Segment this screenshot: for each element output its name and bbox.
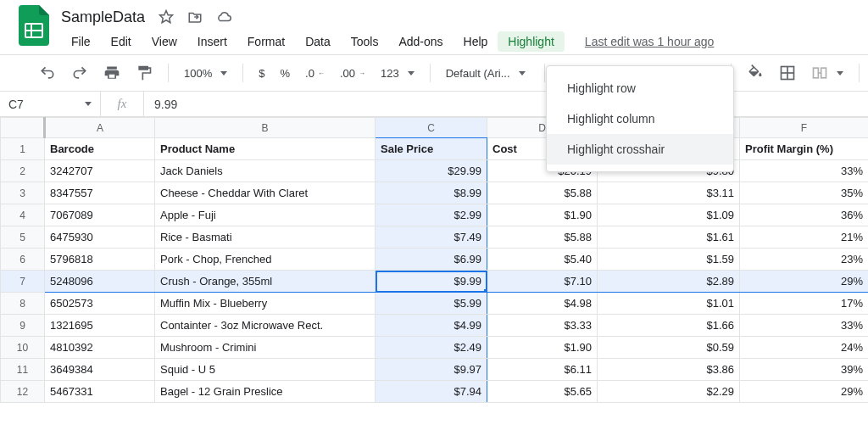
cell[interactable]: $5.88 [487,226,598,249]
cell[interactable]: Mushroom - Crimini [155,337,376,359]
cell[interactable]: $7.94 [376,381,487,403]
cell[interactable]: Pork - Chop, Frenched [155,249,376,271]
cell[interactable]: 5796818 [45,249,155,271]
cell[interactable]: $3.86 [598,359,740,381]
row-header-10[interactable]: 10 [1,337,45,359]
borders-button[interactable] [774,61,801,85]
spreadsheet-grid[interactable]: A B C D F 1 Barcode Product Name Sale Pr… [0,117,868,403]
cell[interactable]: $5.88 [487,182,598,204]
cell[interactable]: $9.97 [376,359,487,381]
merge-cells-button[interactable] [806,61,849,85]
dropdown-item-highlight-column[interactable]: Highlight column [547,103,733,134]
cell[interactable]: 1321695 [45,315,155,337]
cell[interactable]: $1.01 [598,293,740,315]
row-header-6[interactable]: 6 [1,249,45,271]
cell[interactable]: $5.99 [376,293,487,315]
cell[interactable]: 24% [740,337,869,359]
cell[interactable]: Containter - 3oz Microwave Rect. [155,315,376,337]
cell[interactable]: $2.99 [376,204,487,226]
cell[interactable]: 39% [740,359,869,381]
menu-tools[interactable]: Tools [341,31,389,52]
cell[interactable]: $8.99 [376,182,487,204]
row-header-5[interactable]: 5 [1,226,45,249]
cell[interactable]: $6.11 [487,359,598,381]
increase-decimal-button[interactable]: .00→ [335,64,370,83]
cell[interactable]: 33% [740,160,869,182]
format-percent-button[interactable]: % [275,64,295,83]
star-icon[interactable] [159,9,174,25]
cell[interactable]: $1.90 [487,337,598,359]
decrease-decimal-button[interactable]: .0← [300,64,330,83]
more-formats-button[interactable]: 123 [376,64,420,83]
cell[interactable]: Barcode [45,138,155,160]
menu-format[interactable]: Format [237,31,295,52]
cell[interactable]: 29% [740,271,869,293]
cell[interactable]: 23% [740,249,869,271]
menu-addons[interactable]: Add-ons [388,31,453,52]
cell[interactable]: $1.61 [598,226,740,249]
cell[interactable]: $3.11 [598,182,740,204]
cell[interactable]: Crush - Orange, 355ml [155,271,376,293]
format-currency-button[interactable]: $ [253,64,270,83]
menu-edit[interactable]: Edit [101,31,142,52]
cell[interactable]: $2.29 [598,381,740,403]
cell[interactable]: 36% [740,204,869,226]
cell[interactable]: $5.40 [487,249,598,271]
cell[interactable]: $1.59 [598,249,740,271]
cell[interactable]: Bagel - 12 Grain Preslice [155,381,376,403]
cell[interactable]: $2.89 [598,271,740,293]
undo-button[interactable] [34,61,61,85]
cell[interactable]: Squid - U 5 [155,359,376,381]
fill-color-button[interactable] [742,61,769,85]
cell[interactable]: 33% [740,315,869,337]
select-all-corner[interactable] [1,118,45,138]
cell[interactable]: $7.10 [487,271,598,293]
cell[interactable]: 5467331 [45,381,155,403]
cell[interactable]: $0.59 [598,337,740,359]
cell[interactable]: 4810392 [45,337,155,359]
row-header-3[interactable]: 3 [1,182,45,204]
sheets-logo[interactable] [19,5,49,46]
cell[interactable]: 3242707 [45,160,155,182]
cell[interactable]: 8347557 [45,182,155,204]
cell[interactable]: 29% [740,381,869,403]
cell[interactable]: 6502573 [45,293,155,315]
print-button[interactable] [98,61,125,85]
menu-file[interactable]: File [61,31,101,52]
cell[interactable]: $29.99 [376,160,487,182]
move-folder-icon[interactable] [187,9,203,25]
row-header-12[interactable]: 12 [1,381,45,403]
cell[interactable]: 7067089 [45,204,155,226]
cell[interactable]: Product Name [155,138,376,160]
paint-format-button[interactable] [131,61,158,85]
menu-highlight[interactable]: Highlight [498,31,564,52]
cell[interactable]: Cheese - Cheddar With Claret [155,182,376,204]
font-select[interactable]: Default (Ari... [441,64,534,83]
name-box[interactable]: C7 [0,98,100,111]
cell[interactable]: $6.99 [376,249,487,271]
cell[interactable]: Sale Price [376,138,487,160]
cell[interactable]: Muffin Mix - Blueberry [155,293,376,315]
last-edit-link[interactable]: Last edit was 1 hour ago [585,35,715,48]
cell[interactable]: 5248096 [45,271,155,293]
row-header-2[interactable]: 2 [1,160,45,182]
cell[interactable]: $1.09 [598,204,740,226]
cell[interactable]: Rice - Basmati [155,226,376,249]
row-header-7[interactable]: 7 [1,271,45,293]
cell[interactable]: 21% [740,226,869,249]
cell[interactable]: $1.66 [598,315,740,337]
menu-view[interactable]: View [142,31,187,52]
cell[interactable]: $5.65 [487,381,598,403]
cell[interactable]: $1.90 [487,204,598,226]
zoom-select[interactable]: 100% [179,64,232,83]
cell[interactable]: $3.33 [487,315,598,337]
redo-button[interactable] [66,61,93,85]
cell[interactable]: $2.49 [376,337,487,359]
menu-insert[interactable]: Insert [187,31,237,52]
cell[interactable]: 17% [740,293,869,315]
col-header-A[interactable]: A [45,118,155,138]
cell[interactable]: 6475930 [45,226,155,249]
dropdown-item-highlight-crosshair[interactable]: Highlight crosshair [547,134,733,165]
cell[interactable]: $4.98 [487,293,598,315]
cell[interactable]: 35% [740,182,869,204]
